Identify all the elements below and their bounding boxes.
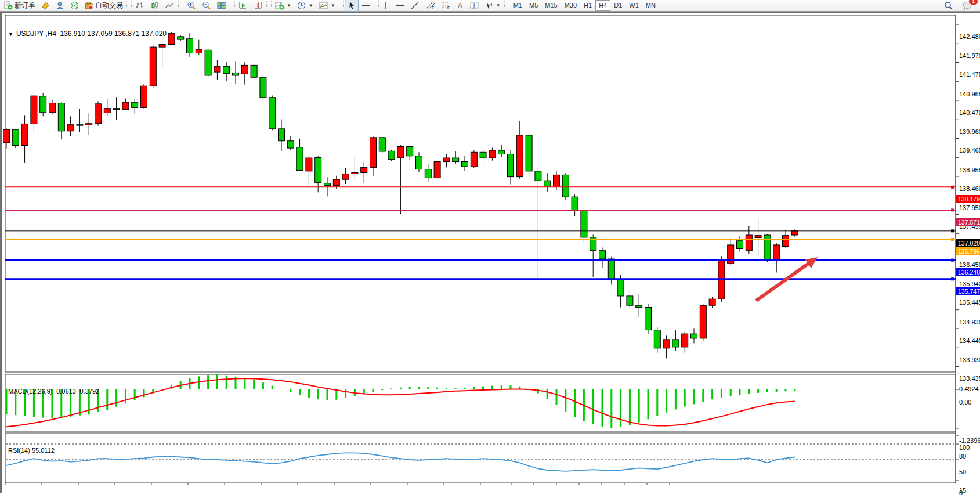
line-handle[interactable] (951, 238, 954, 241)
bear-candle (251, 65, 257, 77)
bull-candle (150, 47, 156, 86)
bear-candle (737, 241, 743, 249)
cursor-tool-button[interactable] (345, 0, 359, 12)
new-order-icon (4, 1, 13, 10)
macd-bar (262, 382, 264, 389)
bar-chart-button[interactable] (132, 0, 147, 12)
macd-bar (409, 387, 411, 389)
bear-candle (508, 154, 514, 177)
vertical-line-tool-button[interactable] (379, 0, 392, 12)
auto-trade-button[interactable]: 自动交易 (82, 0, 126, 12)
candlestick-chart-button[interactable] (147, 0, 162, 12)
macd-bar (6, 389, 8, 414)
timeframe-D1[interactable]: D1 (610, 0, 625, 11)
timeframe-M30[interactable]: M30 (561, 0, 580, 11)
notifications-button[interactable]: 1 (960, 0, 975, 12)
search-button[interactable] (941, 0, 956, 12)
chart-shift-button[interactable] (251, 0, 266, 12)
toolbar-separator (126, 1, 132, 10)
timeframe-M5[interactable]: M5 (526, 0, 541, 11)
market-button[interactable] (53, 0, 67, 12)
timeframe-H1[interactable]: H1 (580, 0, 595, 11)
vertical-line-icon (382, 1, 389, 10)
timeframe-MN[interactable]: MN (642, 0, 659, 11)
bear-candle (498, 150, 505, 154)
toolbar-separator (504, 1, 509, 10)
tile-windows-button[interactable] (214, 0, 229, 12)
svg-text:T: T (472, 2, 476, 9)
macd-bar (730, 389, 732, 396)
bear-candle (599, 251, 606, 259)
macd-bar (776, 389, 778, 392)
signals-icon (70, 1, 79, 10)
toolbar-separator (339, 1, 344, 10)
zoom-out-icon (202, 1, 211, 10)
macd-bar (400, 388, 402, 389)
trendline-tool-button[interactable] (407, 0, 422, 12)
timeframe-W1[interactable]: W1 (625, 0, 642, 11)
macd-bar (253, 380, 255, 389)
line-handle[interactable] (951, 208, 954, 211)
macd-bar (748, 389, 750, 394)
line-handle[interactable] (951, 186, 954, 189)
price-tag-138.179: 138.179 (956, 195, 980, 203)
timeframe-H4[interactable]: H4 (595, 0, 610, 11)
alerts-icon (41, 1, 50, 10)
macd-bar (198, 376, 200, 389)
new-order-button[interactable]: 新订单 (1, 0, 38, 12)
macd-bar (666, 389, 667, 413)
macd-bar (794, 389, 795, 391)
toolbar-separator (230, 1, 235, 10)
bear-candle (608, 259, 614, 279)
zoom-out-button[interactable] (199, 0, 214, 12)
bull-candle (471, 152, 477, 167)
macd-bar (226, 376, 227, 389)
fibonacci-tool-button[interactable]: F (438, 0, 454, 12)
bull-candle (241, 65, 248, 74)
line-handle[interactable] (951, 259, 954, 262)
line-handle[interactable] (951, 277, 954, 280)
macd-bar (52, 389, 53, 418)
macd-tick-0.00: 0.00 (959, 399, 971, 406)
macd-bar (473, 387, 475, 389)
bear-candle (279, 129, 285, 141)
auto-scroll-button[interactable] (236, 0, 251, 12)
text-label-tool-button[interactable]: T (467, 0, 482, 12)
bear-candle (178, 37, 184, 39)
chart-window[interactable]: ▼USDJPY-,H4 136.910 137.059 136.871 137.… (0, 12, 980, 493)
bull-candle (141, 86, 147, 107)
horizontal-line-tool-button[interactable] (392, 0, 407, 12)
bull-candle (489, 150, 496, 158)
chart-canvas[interactable] (2, 13, 980, 498)
macd-bar (436, 388, 438, 389)
bear-candle (453, 158, 459, 162)
timeframe-M15[interactable]: M15 (541, 0, 560, 11)
macd-bar (592, 389, 594, 424)
arrows-tool-button[interactable]: ▼ (482, 0, 504, 12)
alerts-button[interactable] (38, 0, 53, 12)
macd-bar (42, 389, 44, 418)
macd-bar (134, 389, 136, 400)
bear-candle (223, 66, 230, 73)
price-tick-138.955: 138.955 (959, 167, 980, 174)
macd-bar (491, 386, 493, 389)
horizontal-line-icon (395, 1, 404, 10)
bear-candle (480, 152, 486, 158)
bull-candle (397, 146, 404, 158)
line-handle[interactable] (951, 229, 954, 232)
bear-candle (526, 135, 532, 171)
line-chart-button[interactable] (162, 0, 178, 12)
macd-bar (115, 389, 117, 407)
channel-tool-button[interactable]: E (422, 0, 438, 12)
templates-button[interactable]: ▼ (316, 0, 338, 12)
timeframe-M1[interactable]: M1 (510, 0, 526, 11)
arrows-icon (485, 1, 494, 10)
zoom-in-button[interactable] (184, 0, 199, 12)
text-tool-button[interactable]: A (454, 0, 467, 12)
macd-bar (721, 389, 722, 398)
periods-button[interactable]: ▼ (294, 0, 316, 12)
signals-button[interactable] (67, 0, 82, 12)
rsi-tick-50: 50 (959, 468, 966, 475)
indicators-button[interactable]: ▼ (272, 0, 294, 12)
crosshair-tool-button[interactable] (359, 0, 373, 12)
